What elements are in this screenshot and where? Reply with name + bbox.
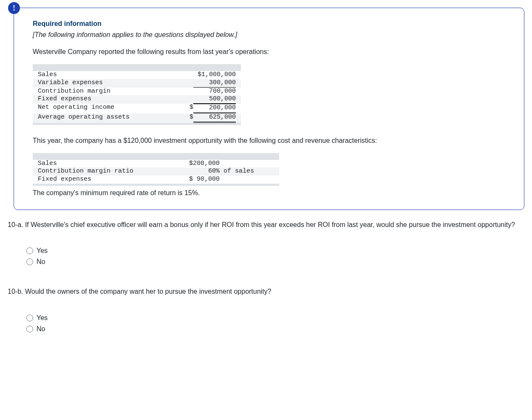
row-value: 60% of sales	[185, 167, 274, 176]
table-footer-bar	[33, 184, 279, 186]
radio-icon[interactable]	[26, 326, 33, 332]
row-label: Contribution margin	[38, 88, 185, 96]
option-no[interactable]: No	[26, 256, 524, 267]
option-yes[interactable]: Yes	[26, 312, 524, 324]
row-value: $200,000	[185, 160, 274, 168]
table-footer-bar	[33, 123, 241, 125]
row-label: Sales	[38, 160, 185, 168]
table-row: Fixed expenses$ 90,000	[33, 176, 279, 184]
radio-icon[interactable]	[26, 315, 33, 321]
table-header-bar	[33, 64, 241, 71]
row-symbol: $	[185, 114, 193, 123]
table-row: Contribution margin700,000	[33, 88, 241, 96]
option-yes[interactable]: Yes	[26, 245, 524, 256]
row-label: Fixed expenses	[38, 176, 185, 184]
row-label: Fixed expenses	[38, 95, 185, 104]
row-label: Variable expenses	[38, 79, 185, 88]
alert-icon: !	[8, 2, 20, 14]
question-10a-text: 10-a. If Westerville's chief executive o…	[8, 220, 524, 230]
row-symbol: $	[185, 104, 193, 114]
row-value: 200,000	[193, 104, 236, 114]
option-label: No	[37, 258, 45, 266]
row-symbol	[185, 79, 193, 88]
intro-text: Westerville Company reported the followi…	[33, 48, 505, 56]
table-row: Sales$1,000,000	[33, 71, 241, 79]
option-label: No	[37, 325, 45, 333]
question-10b-text: 10-b. Would the owners of the company wa…	[8, 287, 524, 296]
row-symbol	[185, 95, 193, 104]
row-label: Contribution margin ratio	[38, 167, 185, 176]
financial-table-2: Sales$200,000Contribution margin ratio 6…	[33, 153, 279, 186]
radio-icon[interactable]	[26, 247, 33, 254]
row-label: Sales	[38, 71, 185, 79]
table-row: Net operating income$200,000	[33, 104, 241, 114]
mid-text: This year, the company has a $120,000 in…	[33, 137, 505, 145]
row-value: $ 90,000	[185, 176, 274, 184]
table-1-body: Sales$1,000,000Variable expenses300,000C…	[33, 71, 241, 123]
option-label: Yes	[37, 314, 48, 322]
section-title: Required information	[33, 20, 505, 28]
section-note: [The following information applies to th…	[33, 31, 505, 39]
radio-icon[interactable]	[26, 258, 33, 265]
table-row: Fixed expenses500,000	[33, 95, 241, 104]
row-value: 625,000	[193, 114, 236, 123]
required-information-box: ! Required information [The following in…	[14, 8, 524, 210]
question-10b-options: Yes No	[8, 312, 524, 335]
row-symbol	[185, 88, 193, 96]
table-row: Average operating assets$625,000	[33, 114, 241, 123]
table-row: Variable expenses300,000	[33, 79, 241, 88]
question-10a-options: Yes No	[8, 245, 524, 267]
option-no[interactable]: No	[26, 324, 524, 335]
table-row: Contribution margin ratio 60% of sales	[33, 167, 279, 176]
option-label: Yes	[37, 247, 48, 255]
row-value: 500,000	[193, 95, 236, 104]
row-value: 700,000	[193, 88, 236, 96]
row-value: $1,000,000	[193, 71, 236, 79]
financial-table-1: Sales$1,000,000Variable expenses300,000C…	[33, 64, 241, 125]
table-row: Sales$200,000	[33, 160, 279, 168]
row-symbol	[185, 71, 193, 79]
row-label: Average operating assets	[38, 114, 185, 123]
table-header-bar	[33, 153, 279, 160]
row-label: Net operating income	[38, 104, 185, 114]
closing-text: The company's minimum required rate of r…	[33, 189, 505, 197]
row-value: 300,000	[193, 79, 236, 88]
table-2-body: Sales$200,000Contribution margin ratio 6…	[33, 160, 279, 184]
